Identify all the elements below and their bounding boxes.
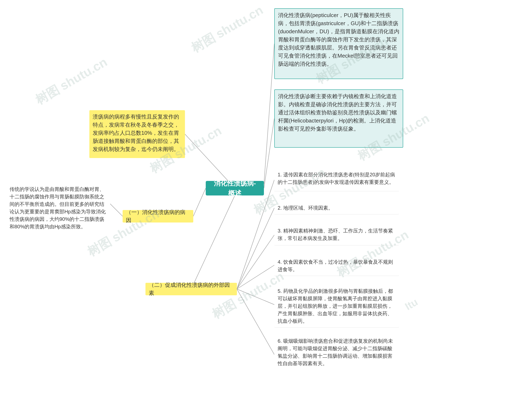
factor1-node: 1. 遗传因素在部分消化性溃疡患者(特别是20岁前起病的十二指肠患者)的发病中发… (274, 168, 399, 191)
svg-line-11 (237, 289, 274, 355)
factor3-node: 3. 精神因素精神刺激、恐吓、工作压力，生活节奏紧张，常引起本病发生及加重。 (274, 224, 399, 245)
watermark-1: 树图 shutu.cn (32, 54, 110, 109)
svg-line-1 (193, 188, 206, 216)
external-factors-label: （二）促成消化性溃疡病的外部因素 (149, 281, 234, 297)
factor1-text: 1. 遗传因素在部分消化性溃疡患者(特别是20岁前起病的十二指肠患者)的发病中发… (278, 172, 395, 185)
watermark-2: 树图 shutu.cn (188, 2, 266, 57)
factor6-text: 6. 吸烟吸烟影响溃疡愈合和促进溃疡复发的机制尚未阐明，可能与吸烟促进胃酸分泌、… (278, 338, 393, 366)
diagnosis-text: 消化性溃疡诊断主要依赖于内镜检查和上消化道造影。内镜检查是确诊消化性溃疡的主要方… (278, 93, 397, 132)
center-node-label: 消化性溃疡病-概述 (212, 178, 258, 198)
cause-node: （一）消化性溃疡病的病因 (123, 210, 193, 223)
traditional-text-node: 传统的学说认为是由胃酸和胃蛋白酶对胃、十二指肠的腐蚀作用与胃肠黏膜防御系统之间的… (6, 183, 110, 224)
cause-label: （一）消化性溃疡病的病因 (126, 208, 190, 224)
svg-line-2 (110, 204, 123, 216)
factor2-node: 2. 地理区域、环境因素。 (274, 202, 399, 214)
definition-text: 消化性溃疡病(pepticulcer，PU)属于酸相关性疾病，包括胃溃疡(gas… (278, 12, 399, 67)
factor2-text: 2. 地理区域、环境因素。 (278, 205, 333, 211)
external-factors-node: （二）促成消化性溃疡病的外部因素 (146, 283, 237, 295)
svg-line-10 (237, 289, 274, 305)
factor4-node: 4. 饮食因素饮食不当，过冷过热，暴饮暴食及不规则进食等。 (274, 256, 399, 276)
factor5-text: 5. 药物及化学品的刺激很多药物与胃黏膜接触后，都可以破坏胃黏膜屏障，使胃酸氢离… (278, 288, 393, 324)
watermark-itu: Itu (403, 296, 420, 313)
svg-line-3 (264, 44, 274, 184)
traditional-text: 传统的学说认为是由胃酸和胃蛋白酶对胃、十二指肠的腐蚀作用与胃肠黏膜防御系统之间的… (10, 186, 106, 229)
definition-node: 消化性溃疡病(pepticulcer，PU)属于酸相关性疾病，包括胃溃疡(gas… (274, 8, 403, 79)
svg-line-5 (191, 195, 235, 289)
mindmap-container: 树图 shutu.cn 树图 shutu.cn 树图 shutu.cn 树图 s… (0, 0, 532, 403)
factor6-node: 6. 吸烟吸烟影响溃疡愈合和促进溃疡复发的机制尚未阐明，可能与吸烟促进胃酸分泌、… (274, 335, 399, 374)
overview-text: 溃疡病的病程多有慢性且反复发作的特点，发病常在秋冬及冬春季之交，发病率约占人口总… (93, 114, 179, 152)
factor4-text: 4. 饮食因素饮食不当，过冷过热，暴饮暴食及不规则进食等。 (278, 259, 393, 272)
svg-line-4 (264, 119, 274, 188)
factor5-node: 5. 药物及化学品的刺激很多药物与胃黏膜接触后，都可以破坏胃黏膜屏障，使胃酸氢离… (274, 285, 399, 327)
factor3-text: 3. 精神因素精神刺激、恐吓、工作压力，生活节奏紧张，常引起本病发生及加重。 (278, 228, 393, 241)
svg-line-7 (237, 208, 274, 289)
diagnosis-node: 消化性溃疡诊断主要依赖于内镜检查和上消化道造影。内镜检查是确诊消化性溃疡的主要方… (274, 90, 403, 148)
svg-line-9 (237, 265, 274, 289)
svg-line-8 (237, 235, 274, 289)
overview-node: 溃疡病的病程多有慢性且反复发作的特点，发病常在秋冬及冬春季之交，发病率约占人口总… (89, 110, 185, 158)
center-node: 消化性溃疡病-概述 (206, 181, 264, 195)
